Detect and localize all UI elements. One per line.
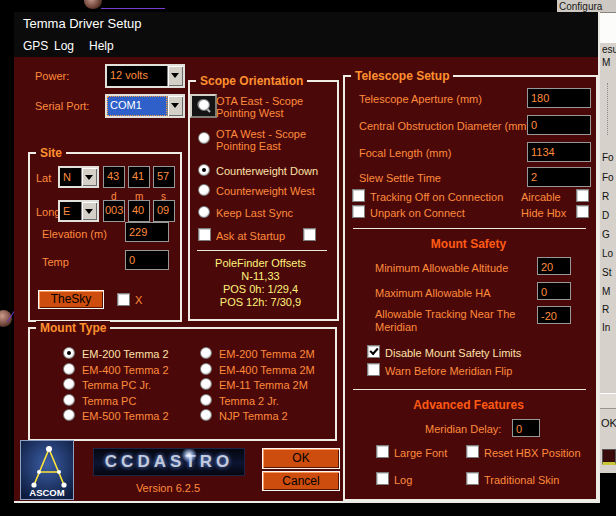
ccdastro-logo: CCDASTRO <box>93 448 245 476</box>
radio-ota-east-label2[interactable]: Pointing West <box>216 107 284 119</box>
log-checkbox[interactable] <box>376 472 389 485</box>
unpark-checkbox[interactable] <box>352 205 365 218</box>
menu-log[interactable]: Log <box>50 35 78 57</box>
min-altitude-field[interactable]: 20 <box>537 257 571 275</box>
tracking-off-checkbox[interactable] <box>352 189 365 202</box>
radio-em400-temma2[interactable] <box>63 363 75 375</box>
focal-length-field[interactable]: 1134 <box>527 142 591 162</box>
menu-help[interactable]: Help <box>85 35 118 57</box>
radio-em200-temma2m[interactable] <box>200 347 212 359</box>
background-window-fragment: Fo <box>602 172 616 183</box>
lat-degrees-field[interactable]: 43 <box>103 166 125 188</box>
lat-minutes-field[interactable]: 41 <box>128 166 150 188</box>
aircable-checkbox[interactable] <box>576 189 589 202</box>
warn-meridian-flip-checkbox[interactable] <box>367 363 380 376</box>
radio-temma-pc-label[interactable]: Temma PC <box>82 395 136 407</box>
chevron-down-icon[interactable] <box>167 96 183 116</box>
radio-counterweight-down[interactable] <box>198 164 210 176</box>
power-select[interactable]: 12 volts <box>105 64 185 88</box>
radio-em500-temma2[interactable] <box>63 409 75 421</box>
svg-text:ASCOM: ASCOM <box>29 487 64 498</box>
radio-temma2-jr[interactable] <box>200 394 212 406</box>
traditional-skin-checkbox[interactable] <box>466 472 479 485</box>
long-hemisphere-select[interactable]: E <box>58 200 99 222</box>
meridian-delay-field[interactable]: 0 <box>512 419 540 437</box>
window-title: Temma Driver Setup <box>23 16 141 31</box>
thesky-button[interactable]: TheSky <box>38 290 104 309</box>
radio-njp-temma2-label[interactable]: NJP Temma 2 <box>219 410 288 422</box>
radio-counterweight-west-label[interactable]: Counterweight West <box>216 185 315 197</box>
radio-temma-pc-jr[interactable] <box>63 378 75 390</box>
site-group-title: Site <box>36 146 66 160</box>
ask-at-startup-checkbox-2[interactable] <box>303 228 316 241</box>
radio-keep-last-sync[interactable] <box>198 206 210 218</box>
radio-ota-west-label[interactable]: OTA West - Scope <box>216 128 306 140</box>
reset-hbx-checkbox[interactable] <box>466 445 479 458</box>
radio-em500-temma2-label[interactable]: EM-500 Temma 2 <box>82 410 169 422</box>
power-value: 12 volts <box>107 66 167 86</box>
serial-port-select[interactable]: COM1 <box>105 94 185 118</box>
long-minutes-field[interactable]: 40 <box>128 200 150 222</box>
scope-orientation-title: Scope Orientation <box>196 74 307 88</box>
radio-ota-west[interactable] <box>198 132 210 144</box>
elevation-field[interactable]: 229 <box>125 222 169 242</box>
lat-seconds-field[interactable]: 57 <box>153 166 175 188</box>
radio-ota-west-label2[interactable]: Pointing East <box>216 140 281 152</box>
traditional-skin-label: Traditional Skin <box>484 474 559 486</box>
long-degrees-field[interactable]: 003 <box>103 200 125 222</box>
radio-temma-pc[interactable] <box>63 394 75 406</box>
radio-em400-temma2-label[interactable]: EM-400 Temma 2 <box>82 364 169 376</box>
radio-em200-temma2[interactable] <box>63 347 75 359</box>
radio-ota-east[interactable] <box>198 99 210 111</box>
aperture-field[interactable]: 180 <box>527 88 591 108</box>
lat-hemisphere-select[interactable]: N <box>58 166 99 188</box>
ascom-logo: ASCOM <box>20 440 74 500</box>
ask-at-startup-checkbox[interactable] <box>198 228 211 241</box>
radio-em400-temma2m-label[interactable]: EM-400 Temma 2M <box>219 364 315 376</box>
radio-em200-temma2-label[interactable]: EM-200 Temma 2 <box>82 348 169 360</box>
long-seconds-field[interactable]: 09 <box>153 200 175 222</box>
temp-field[interactable]: 0 <box>125 250 169 270</box>
background-window-icon <box>602 449 616 465</box>
radio-temma2-jr-label[interactable]: Temma 2 Jr. <box>219 395 279 407</box>
radio-em400-temma2m[interactable] <box>200 363 212 375</box>
tracking-off-label: Tracking Off on Connection <box>370 191 503 203</box>
radio-em11-temma2m-label[interactable]: EM-11 Temma 2M <box>219 379 308 391</box>
radio-temma-pc-jr-label[interactable]: Temma PC Jr. <box>82 379 151 391</box>
radio-keep-last-sync-label[interactable]: Keep Last Sync <box>216 207 293 219</box>
max-ha-label: Maximum Allowable HA <box>375 287 491 299</box>
radio-counterweight-down-label[interactable]: Counterweight Down <box>216 165 318 177</box>
disable-safety-checkbox[interactable] <box>367 345 380 358</box>
x-checkbox[interactable] <box>117 293 130 306</box>
radio-ota-east-label[interactable]: OTA East - Scope <box>216 95 303 107</box>
radio-em200-temma2m-label[interactable]: EM-200 Temma 2M <box>219 348 315 360</box>
serial-port-value: COM1 <box>107 96 167 116</box>
radio-njp-temma2[interactable] <box>200 409 212 421</box>
chevron-down-icon[interactable] <box>167 66 183 86</box>
menu-bar: GPS Log Help <box>14 35 598 57</box>
tracking-meridian-field[interactable]: -20 <box>537 306 571 324</box>
menu-gps[interactable]: GPS <box>19 35 52 57</box>
x-checkbox-label: X <box>135 294 142 306</box>
background-window-fragment: Lo <box>602 248 616 259</box>
slew-settle-field[interactable]: 2 <box>527 167 591 187</box>
title-bar[interactable]: Temma Driver Setup <box>14 12 598 35</box>
large-font-checkbox[interactable] <box>376 445 389 458</box>
background-window-fragment: R <box>602 191 616 202</box>
ok-button[interactable]: OK <box>262 448 340 469</box>
radio-counterweight-west[interactable] <box>198 184 210 196</box>
mount-type-title: Mount Type <box>36 321 110 335</box>
meridian-delay-label: Meridian Delay: <box>425 423 501 435</box>
background-window-fragment: esu <box>602 44 616 55</box>
max-ha-field[interactable]: 0 <box>537 282 571 300</box>
cancel-button[interactable]: Cancel <box>262 471 340 491</box>
wallpaper-planet-left <box>0 310 12 327</box>
hide-hbx-checkbox[interactable] <box>576 205 589 218</box>
background-window-fragment: Fo <box>602 152 616 163</box>
hide-hbx-label: Hide Hbx <box>521 207 566 219</box>
chevron-down-icon[interactable] <box>81 168 97 186</box>
divider <box>197 250 327 251</box>
radio-em11-temma2m[interactable] <box>200 378 212 390</box>
obstruction-field[interactable]: 0 <box>527 115 591 135</box>
chevron-down-icon[interactable] <box>81 202 97 220</box>
